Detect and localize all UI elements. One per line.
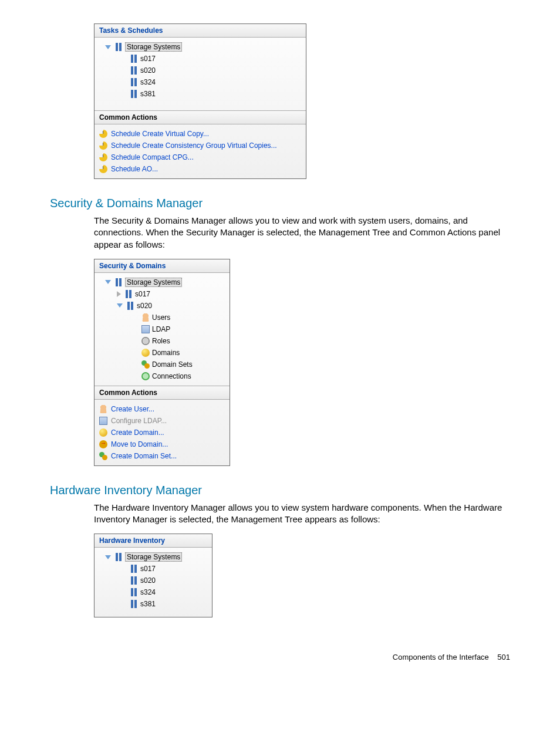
storage-icon — [114, 278, 123, 286]
expand-icon[interactable] — [117, 303, 123, 308]
user-icon — [99, 405, 107, 413]
tree-child-users[interactable]: Users — [99, 312, 225, 323]
tree-node-label: s020 — [140, 576, 156, 585]
actions-body: Create User... Configure LDAP... Create … — [95, 400, 230, 465]
expand-icon[interactable] — [105, 280, 111, 284]
user-icon — [141, 313, 150, 322]
storage-icon — [130, 576, 138, 585]
storage-icon — [130, 588, 138, 596]
tree-child-ldap[interactable]: LDAP — [99, 323, 225, 335]
tree-node-label: s324 — [140, 588, 156, 596]
ldap-icon — [99, 417, 107, 425]
expand-icon[interactable] — [117, 291, 121, 297]
tree-node-expanded[interactable]: s020 — [99, 300, 225, 312]
tree-body: Storage Systems s017 s020 Users LDAP Rol… — [95, 273, 230, 386]
tree-node-label: s020 — [140, 66, 156, 75]
tree-root-label[interactable]: Storage Systems — [125, 552, 182, 562]
storage-icon — [130, 55, 138, 63]
tree-child-label: Roles — [152, 337, 170, 345]
tree-node[interactable]: s381 — [99, 88, 301, 100]
tree-child-label: Domain Sets — [152, 360, 193, 369]
section-text: The Hardware Inventory Manager allows yo… — [94, 502, 510, 526]
panel-header: Hardware Inventory — [95, 534, 212, 548]
tree-node-label: s017 — [140, 55, 156, 63]
connections-icon — [141, 372, 150, 380]
domain-set-icon — [141, 360, 150, 369]
section-title-security: Security & Domains Manager — [50, 197, 510, 210]
tree-root[interactable]: Storage Systems — [99, 276, 225, 288]
security-domains-panel: Security & Domains Storage Systems s017 … — [94, 259, 230, 466]
tree-child-connections[interactable]: Connections — [99, 370, 225, 382]
panel-header: Tasks & Schedules — [95, 24, 306, 38]
domain-icon — [141, 349, 150, 357]
schedule-icon — [99, 165, 107, 173]
tree-body: Storage Systems s017 s020 s324 s381 — [95, 38, 306, 110]
tree-root-label[interactable]: Storage Systems — [125, 278, 182, 287]
tree-node[interactable]: s017 — [99, 53, 301, 65]
tree-child-label: Connections — [152, 372, 191, 380]
tree-root-label[interactable]: Storage Systems — [125, 42, 182, 52]
tree-child-domain-sets[interactable]: Domain Sets — [99, 359, 225, 370]
schedule-icon — [99, 141, 107, 150]
tree-child-label: Domains — [152, 349, 180, 357]
footer-text: Components of the Interface — [393, 653, 489, 661]
expand-icon[interactable] — [105, 555, 111, 559]
expand-icon[interactable] — [105, 45, 111, 49]
tree-node-label: s017 — [135, 290, 150, 298]
storage-icon — [114, 553, 123, 561]
tree-node-collapsed[interactable]: s017 — [99, 288, 225, 300]
storage-icon — [130, 565, 138, 573]
tree-node[interactable]: s324 — [99, 586, 207, 598]
tree-child-label: Users — [152, 313, 170, 322]
tree-child-label: LDAP — [152, 325, 170, 333]
actions-body: Schedule Create Virtual Copy... Schedule… — [95, 124, 306, 178]
action-label: Create Domain Set... — [111, 452, 177, 460]
action-label: Schedule Create Consistency Group Virtua… — [111, 141, 277, 150]
page-footer: Components of the Interface 501 — [50, 653, 510, 661]
tree-node[interactable]: s324 — [99, 76, 301, 88]
tree-root[interactable]: Storage Systems — [99, 551, 207, 563]
roles-icon — [141, 337, 150, 345]
tree-node-label: s381 — [140, 90, 156, 98]
tree-child-roles[interactable]: Roles — [99, 335, 225, 347]
ldap-icon — [141, 325, 150, 333]
action-create-user[interactable]: Create User... — [99, 403, 225, 415]
action-label: Move to Domain... — [111, 440, 168, 448]
tree-node[interactable]: s020 — [99, 575, 207, 586]
tree-node-label: s381 — [140, 600, 156, 608]
tree-node[interactable]: s020 — [99, 65, 301, 76]
schedule-icon — [99, 153, 107, 161]
storage-icon — [124, 290, 133, 298]
storage-icon — [130, 78, 138, 86]
tree-body: Storage Systems s017 s020 s324 s381 — [95, 548, 212, 617]
page-number: 501 — [497, 653, 510, 661]
action-create-domain-set[interactable]: Create Domain Set... — [99, 450, 225, 462]
tree-node-label: s324 — [140, 78, 156, 86]
action-schedule-virtual-copy[interactable]: Schedule Create Virtual Copy... — [99, 128, 301, 140]
domain-set-icon — [99, 452, 107, 460]
action-schedule-ao[interactable]: Schedule AO... — [99, 163, 301, 175]
action-schedule-compact-cpg[interactable]: Schedule Compact CPG... — [99, 151, 301, 163]
action-label: Schedule Create Virtual Copy... — [111, 130, 209, 138]
storage-icon — [130, 600, 138, 608]
tree-root[interactable]: Storage Systems — [99, 41, 301, 53]
common-actions-header: Common Actions — [95, 386, 230, 400]
hardware-inventory-panel: Hardware Inventory Storage Systems s017 … — [94, 534, 212, 617]
common-actions-header: Common Actions — [95, 110, 306, 124]
tasks-schedules-panel: Tasks & Schedules Storage Systems s017 s… — [94, 23, 306, 179]
tree-node[interactable]: s381 — [99, 598, 207, 610]
storage-icon — [130, 66, 138, 75]
tree-node[interactable]: s017 — [99, 563, 207, 575]
action-label: Create User... — [111, 405, 154, 413]
action-label: Schedule Compact CPG... — [111, 153, 194, 161]
action-move-to-domain[interactable]: Move to Domain... — [99, 438, 225, 450]
action-label: Create Domain... — [111, 428, 164, 437]
section-text: The Security & Domains Manager allows yo… — [94, 215, 510, 251]
tree-child-domains[interactable]: Domains — [99, 347, 225, 359]
storage-icon — [126, 302, 134, 310]
section-title-hardware: Hardware Inventory Manager — [50, 484, 510, 497]
action-schedule-consistency-group[interactable]: Schedule Create Consistency Group Virtua… — [99, 140, 301, 151]
action-label: Schedule AO... — [111, 165, 158, 173]
action-create-domain[interactable]: Create Domain... — [99, 427, 225, 438]
storage-icon — [114, 43, 123, 51]
